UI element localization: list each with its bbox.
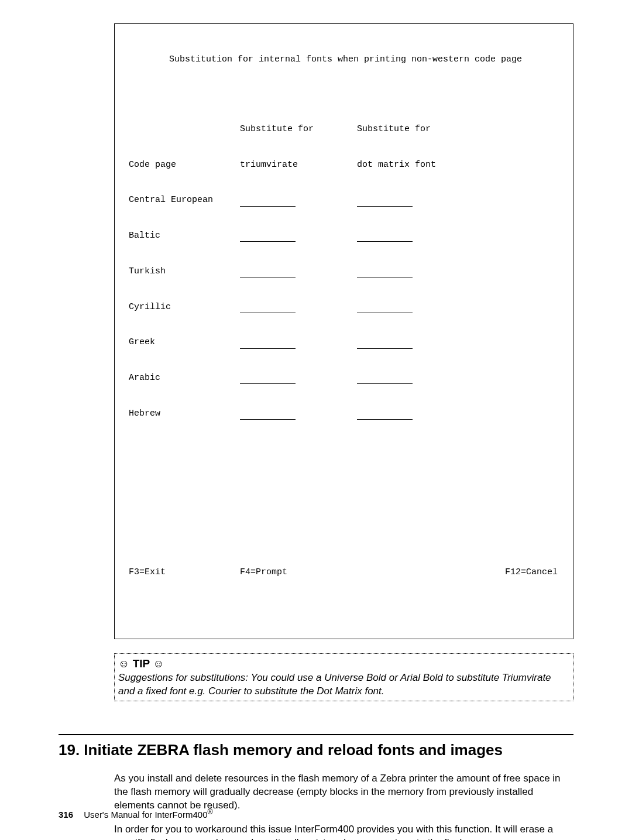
terminal-row-label: Turkish — [129, 266, 240, 277]
terminal-title: Substitution for internal fonts when pri… — [129, 54, 562, 66]
tip-title-text: TIP — [133, 657, 150, 670]
terminal-f4-key: F4=Prompt — [240, 567, 462, 578]
terminal-header-col2-line1: Substitute for — [240, 124, 357, 135]
terminal-row-label: Hebrew — [129, 408, 240, 420]
terminal-input-field[interactable] — [357, 269, 413, 277]
terminal-input-field[interactable] — [240, 341, 296, 349]
tip-box: ☺ TIP ☺ Suggestions for substitutions: Y… — [114, 653, 573, 701]
terminal-f3-key: F3=Exit — [129, 567, 240, 578]
terminal-row-label: Arabic — [129, 372, 240, 384]
terminal-input-field[interactable] — [240, 412, 296, 420]
tip-body: Suggestions for substitutions: You could… — [118, 671, 569, 698]
terminal-input-field[interactable] — [240, 376, 296, 384]
terminal-header-col2-line2: triumvirate — [240, 159, 357, 171]
terminal-header-col3-line2: dot matrix font — [357, 159, 474, 171]
terminal-input-field[interactable] — [357, 341, 413, 349]
terminal-row-label: Code page — [129, 159, 240, 171]
tip-title: ☺ TIP ☺ — [118, 656, 569, 671]
terminal-header-col3-line1: Substitute for — [357, 124, 474, 135]
terminal-row-label: Cyrillic — [129, 301, 240, 313]
terminal-input-field[interactable] — [240, 305, 296, 313]
terminal-input-field[interactable] — [240, 269, 296, 277]
terminal-input-field[interactable] — [357, 305, 413, 313]
body-paragraph: As you install and delete resources in t… — [114, 772, 573, 812]
page-footer: 316 User's Manual for InterForm400® — [59, 808, 213, 820]
terminal-input-field[interactable] — [357, 234, 413, 242]
registered-mark: ® — [207, 808, 212, 816]
terminal-row-label: Greek — [129, 337, 240, 348]
section-divider — [59, 734, 573, 735]
footer-text: User's Manual for InterForm400 — [84, 810, 207, 820]
terminal-input-field[interactable] — [240, 198, 296, 207]
terminal-header-col1 — [129, 124, 240, 135]
smiley-icon: ☺ — [153, 657, 164, 670]
page-number: 316 — [59, 810, 73, 820]
terminal-input-field[interactable] — [357, 198, 413, 207]
body-paragraph: In order for you to workaround this issu… — [114, 823, 573, 840]
terminal-screen: Substitution for internal fonts when pri… — [114, 23, 573, 639]
terminal-f12-key: F12=Cancel — [462, 567, 562, 578]
smiley-icon: ☺ — [118, 657, 129, 670]
terminal-row-label: Central European — [129, 194, 240, 206]
terminal-input-field[interactable] — [357, 376, 413, 384]
terminal-input-field[interactable] — [240, 234, 296, 242]
section-heading: 19. Initiate ZEBRA flash memory and relo… — [59, 741, 573, 759]
terminal-row-label: Baltic — [129, 230, 240, 242]
terminal-input-field[interactable] — [357, 412, 413, 420]
